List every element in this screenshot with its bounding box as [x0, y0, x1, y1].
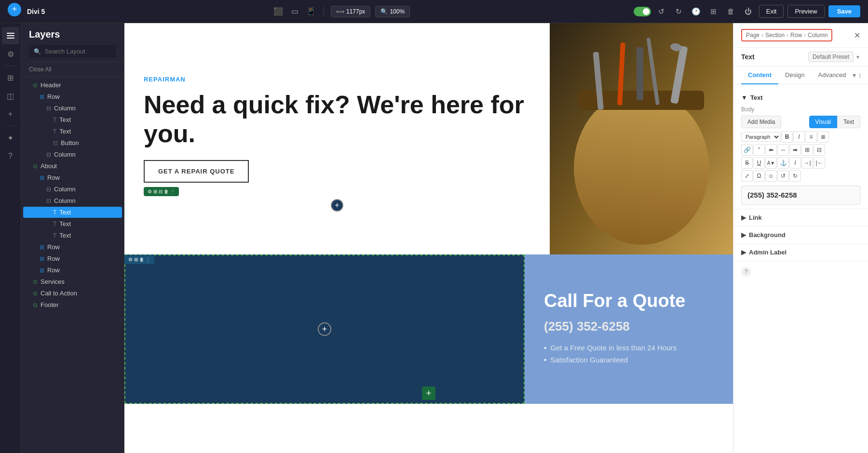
italic-button[interactable]: I	[793, 131, 805, 143]
link-section-header[interactable]: ▶ Link	[741, 214, 860, 221]
tablet-device-icon[interactable]: ▭	[289, 6, 300, 17]
admin-label-header[interactable]: ▶ Admin Label	[741, 249, 860, 256]
preview-button[interactable]: Preview	[787, 5, 824, 18]
background-section-header[interactable]: ▶ Background	[741, 231, 860, 239]
layer-item-row4[interactable]: ⊞ Row	[23, 253, 122, 264]
breadcrumb[interactable]: Page › Section › Row › Column	[741, 29, 832, 41]
layer-item-cta[interactable]: ⊙ Call to Action	[23, 288, 122, 299]
undo-icon[interactable]: ↺	[655, 5, 668, 18]
layer-item-row2[interactable]: ⊞ Row	[23, 172, 122, 183]
add-media-button[interactable]: Add Media	[741, 116, 781, 128]
layer-item-row5[interactable]: ⊞ Row	[23, 265, 122, 276]
layer-item-button1[interactable]: ⊡ Button	[23, 137, 122, 148]
table-button[interactable]: ⊞	[801, 144, 813, 156]
add-section-button[interactable]: +	[422, 386, 435, 400]
tab-design[interactable]: Design	[778, 67, 811, 84]
ordered-list-button[interactable]: ≣	[817, 131, 829, 143]
copy-icon[interactable]: ⊞	[153, 189, 157, 194]
layer-item-text1[interactable]: T Text	[23, 114, 122, 125]
bold-button[interactable]: B	[781, 131, 793, 143]
anchor-button[interactable]: ⚓	[777, 157, 789, 169]
indent-button[interactable]: →|	[801, 157, 813, 169]
redo-text-button[interactable]: ↻	[789, 170, 801, 182]
table-options-button[interactable]: ⊟	[814, 144, 825, 156]
close-all-button[interactable]: Close All	[21, 62, 124, 77]
history-icon[interactable]: 🕐	[690, 5, 703, 18]
layer-item-col1[interactable]: ⊟ Column	[23, 103, 122, 114]
search-layout-bar[interactable]: 🔍 ▼	[29, 45, 116, 58]
visual-builder-toggle[interactable]	[634, 7, 651, 16]
help-button[interactable]: ?	[741, 267, 751, 277]
settings-icon[interactable]: ⚙	[2, 45, 19, 63]
link-button[interactable]: 🔗	[741, 144, 753, 156]
blockquote-button[interactable]: "	[753, 144, 765, 156]
help-icon[interactable]: ?	[2, 147, 19, 165]
layer-item-header[interactable]: ⊙ Header	[23, 80, 122, 91]
layers-icon[interactable]	[2, 27, 19, 44]
tab-advanced[interactable]: Advanced	[812, 67, 853, 84]
search-icon[interactable]: ✦	[2, 129, 19, 147]
layer-item-row1[interactable]: ⊞ Row	[23, 91, 122, 102]
emoji-button[interactable]: ☺	[765, 170, 777, 182]
layer-item-col3[interactable]: ⊟ Column	[23, 184, 122, 195]
text-mode-button[interactable]: Text	[837, 116, 860, 128]
layer-item-col2[interactable]: ⊟ Column	[23, 149, 122, 160]
layer-item-footer[interactable]: ⊙ Footer	[23, 299, 122, 310]
unordered-list-button[interactable]: ≡	[805, 131, 817, 143]
viewport-selector[interactable]: ⟺ 1177px	[331, 6, 370, 17]
strikethrough-button[interactable]: S	[741, 157, 753, 169]
underline-button[interactable]: U	[753, 157, 765, 169]
trash-icon[interactable]: 🗑	[724, 5, 738, 18]
preset-chevron-icon[interactable]: ▼	[855, 54, 860, 60]
layer-item-row3[interactable]: ⊞ Row	[23, 241, 122, 253]
align-right-button[interactable]: ➡	[789, 144, 801, 156]
layer-item-text4[interactable]: T Text	[23, 218, 122, 229]
layer-item-about[interactable]: ⊙ About	[23, 160, 122, 172]
cta-copy-icon[interactable]: ⊞	[134, 257, 138, 262]
zoom-selector[interactable]: 🔍 100%	[375, 6, 410, 17]
add-module-button-canvas[interactable]: +	[331, 199, 343, 212]
settings-gear-icon[interactable]: ⚙	[148, 189, 152, 194]
modules-icon[interactable]: ◫	[2, 87, 19, 105]
cta-more-icon[interactable]: ⋮	[146, 257, 150, 262]
cta-delete-icon[interactable]: 🗑	[139, 257, 144, 262]
expand-button[interactable]: ⤢	[741, 170, 753, 182]
mobile-device-icon[interactable]: 📱	[305, 6, 317, 17]
cta-add-button[interactable]: +	[318, 322, 331, 336]
special-char-button[interactable]: Ω	[753, 170, 765, 182]
visual-mode-button[interactable]: Visual	[809, 116, 837, 128]
desktop-device-icon[interactable]: ⬛	[272, 6, 284, 17]
close-panel-button[interactable]: ✕	[854, 31, 860, 40]
text-section-header[interactable]: ▼ Text	[741, 94, 860, 101]
layer-item-services[interactable]: ⊙ Services	[23, 276, 122, 287]
outdent-button[interactable]: |←	[814, 157, 825, 169]
more-icon[interactable]: ⋮	[170, 189, 175, 194]
save-button[interactable]: Save	[828, 5, 860, 17]
tab-content[interactable]: Content	[741, 67, 778, 84]
delete-icon[interactable]: 🗑	[164, 189, 169, 194]
text-content-area[interactable]: (255) 352-6258	[741, 186, 860, 205]
preset-label[interactable]: Default Preset	[808, 52, 854, 62]
search-layout-input[interactable]	[45, 48, 124, 55]
paragraph-select[interactable]: Paragraph Heading 1 Heading 2	[741, 132, 781, 142]
align-center-button[interactable]: ↔	[777, 144, 789, 156]
power-icon[interactable]: ⏻	[742, 5, 755, 18]
add-module-button[interactable]: +	[8, 3, 21, 16]
panel-tab-more[interactable]: ▾ ↕	[853, 71, 861, 79]
italic2-button[interactable]: I	[789, 157, 801, 169]
elements-icon[interactable]: ⊞	[2, 69, 19, 86]
layer-item-text3[interactable]: T Text	[23, 207, 122, 218]
cta-settings-icon[interactable]: ⚙	[128, 257, 133, 262]
redo-icon[interactable]: ↻	[672, 5, 686, 18]
grid-icon[interactable]: ⊟	[159, 189, 163, 194]
add-icon[interactable]: +	[2, 106, 19, 123]
layer-item-text2[interactable]: T Text	[23, 126, 122, 137]
color-button[interactable]: A▼	[765, 157, 777, 169]
layout-icon[interactable]: ⊞	[707, 5, 720, 18]
undo-text-button[interactable]: ↺	[777, 170, 789, 182]
exit-button[interactable]: Exit	[759, 5, 784, 18]
hero-cta-button[interactable]: GET A REPAIR QUOTE	[144, 160, 249, 183]
layer-item-text5[interactable]: T Text	[23, 230, 122, 241]
align-left-button[interactable]: ⬅	[765, 144, 777, 156]
layer-item-col4[interactable]: ⊟ Column	[23, 195, 122, 206]
